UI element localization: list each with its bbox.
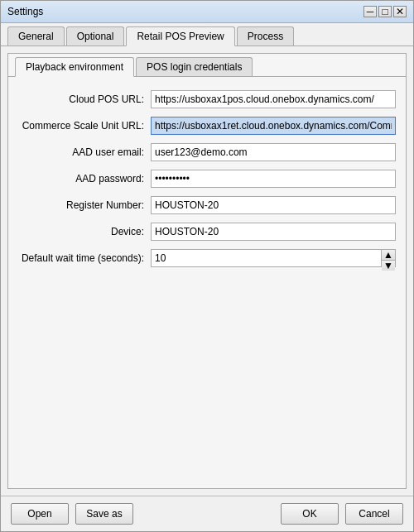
commerce-scale-unit-url-input[interactable]	[151, 117, 396, 135]
open-button[interactable]: Open	[11, 503, 69, 525]
title-bar-controls: ─ □ ✕	[363, 6, 407, 17]
footer-right: OK Cancel	[281, 503, 403, 525]
ok-button[interactable]: OK	[281, 503, 339, 525]
default-wait-time-spinner: ▲ ▼	[151, 249, 396, 267]
tab-playback-environment[interactable]: Playback environment	[15, 57, 134, 77]
close-button[interactable]: ✕	[393, 6, 407, 17]
maximize-icon: □	[382, 6, 388, 17]
footer-left: Open Save as	[11, 503, 133, 525]
register-number-input[interactable]	[151, 196, 396, 214]
main-tabs: General Optional Retail POS Preview Proc…	[1, 23, 413, 46]
device-row: Device:	[18, 223, 396, 241]
spinner-buttons: ▲ ▼	[381, 249, 396, 267]
device-label: Device:	[18, 226, 151, 237]
footer: Open Save as OK Cancel	[1, 496, 413, 531]
aad-user-email-input[interactable]	[151, 143, 396, 161]
maximize-button[interactable]: □	[378, 6, 392, 17]
aad-password-row: AAD password:	[18, 170, 396, 188]
minimize-icon: ─	[367, 6, 374, 17]
form-area: Cloud POS URL: Commerce Scale Unit URL: …	[8, 77, 406, 488]
tab-pos-login-credentials[interactable]: POS login credentials	[136, 57, 253, 76]
panel: Playback environment POS login credentia…	[7, 53, 407, 489]
device-input[interactable]	[151, 223, 396, 241]
default-wait-time-row: Default wait time (seconds): ▲ ▼	[18, 249, 396, 267]
spinner-down-button[interactable]: ▼	[382, 260, 395, 271]
commerce-scale-unit-url-row: Commerce Scale Unit URL:	[18, 117, 396, 135]
tab-general[interactable]: General	[7, 26, 65, 46]
spinner-down-icon: ▼	[383, 261, 393, 271]
close-icon: ✕	[396, 6, 404, 17]
cancel-button[interactable]: Cancel	[345, 503, 403, 525]
content-area: Playback environment POS login credentia…	[1, 46, 413, 496]
spinner-up-icon: ▲	[383, 250, 393, 260]
default-wait-time-input[interactable]	[151, 249, 381, 267]
aad-password-label: AAD password:	[18, 173, 151, 185]
register-number-label: Register Number:	[18, 199, 151, 211]
cloud-pos-url-row: Cloud POS URL:	[18, 90, 396, 108]
window-title: Settings	[7, 6, 43, 17]
minimize-button[interactable]: ─	[363, 6, 377, 17]
aad-user-email-label: AAD user email:	[18, 146, 151, 158]
register-number-row: Register Number:	[18, 196, 396, 214]
cloud-pos-url-label: Cloud POS URL:	[18, 93, 151, 105]
default-wait-time-label: Default wait time (seconds):	[18, 252, 151, 264]
title-bar: Settings ─ □ ✕	[1, 1, 413, 23]
tab-retail-pos-preview[interactable]: Retail POS Preview	[126, 26, 234, 46]
tab-optional[interactable]: Optional	[66, 26, 125, 46]
settings-window: Settings ─ □ ✕ General Optional Retail P…	[0, 0, 414, 532]
commerce-scale-unit-url-label: Commerce Scale Unit URL:	[18, 120, 151, 132]
spinner-up-button[interactable]: ▲	[382, 250, 395, 260]
tab-process[interactable]: Process	[237, 26, 294, 46]
sub-tabs: Playback environment POS login credentia…	[8, 54, 406, 77]
aad-user-email-row: AAD user email:	[18, 143, 396, 161]
save-as-button[interactable]: Save as	[75, 503, 133, 525]
aad-password-input[interactable]	[151, 170, 396, 188]
cloud-pos-url-input[interactable]	[151, 90, 396, 108]
